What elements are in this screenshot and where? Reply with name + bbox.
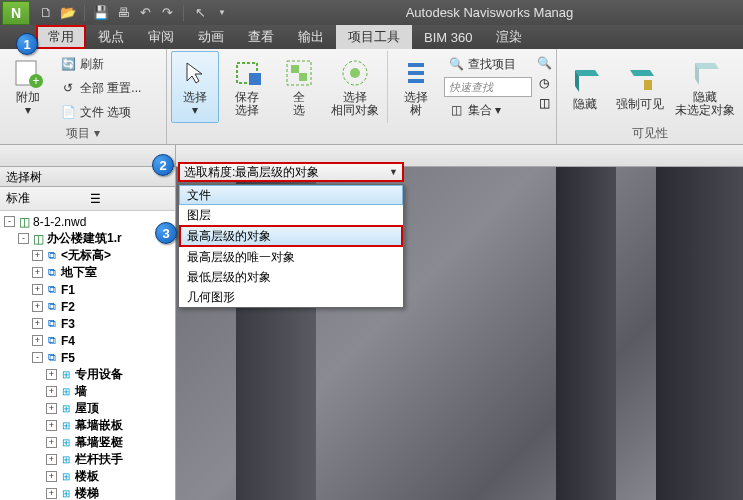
dropdown-item-top-level[interactable]: 最高层级的对象 (179, 225, 403, 247)
undo-icon[interactable]: ↶ (137, 5, 153, 21)
select-icon[interactable]: ↖ (192, 5, 208, 21)
menu-bim360[interactable]: BIM 360 (412, 27, 484, 48)
ribbon: + 附加▾ 🔄刷新 ↺全部 重置... 📄文件 选项 项目 ▾ 选择▾ 保存 选… (0, 49, 743, 145)
tree-category[interactable]: +⊞屋顶 (0, 400, 175, 417)
tool-icon-2[interactable]: ◷ (536, 75, 552, 91)
expand-icon[interactable]: + (46, 488, 57, 499)
dropdown-icon[interactable]: ▼ (214, 5, 230, 21)
dropdown-item-geometry[interactable]: 几何图形 (179, 287, 403, 307)
dropdown-item-layer[interactable]: 图层 (179, 205, 403, 225)
tree-category[interactable]: +⊞栏杆扶手 (0, 451, 175, 468)
selection-resolution-combo[interactable]: 选取精度:最高层级的对象 ▼ (178, 162, 404, 182)
nwd-icon: ◫ (17, 215, 31, 229)
expand-icon[interactable]: + (46, 420, 57, 431)
append-button[interactable]: + 附加▾ (4, 51, 52, 123)
expand-icon[interactable]: + (46, 437, 57, 448)
collapse-icon[interactable]: - (18, 233, 29, 244)
expand-icon[interactable]: + (32, 301, 43, 312)
dropdown-item-top-unique[interactable]: 最高层级的唯一对象 (179, 247, 403, 267)
select-same-button[interactable]: 选择 相同对象 (327, 51, 383, 123)
menu-view[interactable]: 查看 (236, 25, 286, 49)
selection-tree-button[interactable]: 选择 树 (392, 51, 440, 123)
tree-building[interactable]: -◫办公楼建筑1.r (0, 230, 175, 247)
dropdown-item-file[interactable]: 文件 (179, 185, 403, 205)
find-items-button[interactable]: 🔍查找项目 (444, 53, 532, 75)
expand-icon[interactable]: + (46, 454, 57, 465)
tree-level[interactable]: +⧉F4 (0, 332, 175, 349)
svg-rect-7 (299, 73, 307, 81)
tool-icon-3[interactable]: ◫ (536, 95, 552, 111)
tree-level[interactable]: +⧉F3 (0, 315, 175, 332)
tree-category[interactable]: +⊞楼板 (0, 468, 175, 485)
expand-icon[interactable]: + (46, 369, 57, 380)
tree-level[interactable]: +⧉地下室 (0, 264, 175, 281)
tree-mode-label[interactable]: 标准 (6, 190, 30, 207)
tree-category[interactable]: +⊞楼梯 (0, 485, 175, 500)
redo-icon[interactable]: ↷ (159, 5, 175, 21)
expand-icon[interactable]: + (46, 386, 57, 397)
refresh-icon: 🔄 (60, 56, 76, 72)
new-icon[interactable]: 🗋 (38, 5, 54, 21)
tree-root[interactable]: -◫8-1-2.nwd (0, 213, 175, 230)
tree-category[interactable]: +⊞墙 (0, 383, 175, 400)
category-icon: ⊞ (59, 487, 73, 501)
tree-level[interactable]: +⧉F2 (0, 298, 175, 315)
svg-rect-6 (291, 65, 299, 73)
menu-animation[interactable]: 动画 (186, 25, 236, 49)
tool-icon-1[interactable]: 🔍 (536, 55, 552, 71)
hide-unselected-button[interactable]: 隐藏 未选定对象 (672, 51, 739, 123)
menu-viewpoint[interactable]: 视点 (86, 25, 136, 49)
collapse-icon[interactable]: - (32, 352, 43, 363)
expand-icon[interactable]: + (32, 335, 43, 346)
svg-rect-13 (644, 80, 652, 90)
open-icon[interactable]: 📂 (60, 5, 76, 21)
menu-output[interactable]: 输出 (286, 25, 336, 49)
expand-icon[interactable]: + (32, 284, 43, 295)
force-visible-button[interactable]: 强制可见 (612, 51, 667, 123)
svg-text:+: + (32, 74, 39, 88)
menubar: 常用 视点 审阅 动画 查看 输出 项目工具 BIM 360 渲染 (0, 25, 743, 49)
tree-body[interactable]: -◫8-1-2.nwd -◫办公楼建筑1.r +⧉<无标高> +⧉地下室 +⧉F… (0, 211, 175, 500)
panel-title-visibility[interactable]: 可见性 (561, 123, 739, 144)
menu-review[interactable]: 审阅 (136, 25, 186, 49)
hide-button[interactable]: 隐藏 (561, 51, 608, 123)
select-all-button[interactable]: 全 选 (275, 51, 323, 123)
sets-button[interactable]: ◫集合 ▾ (444, 99, 532, 121)
tree-category[interactable]: +⊞幕墙竖梃 (0, 434, 175, 451)
expand-icon[interactable]: + (32, 267, 43, 278)
quick-find-input[interactable]: 快速查找 (444, 77, 532, 97)
menu-home[interactable]: 常用 (36, 25, 86, 49)
tree-header: 选择树 (0, 167, 175, 187)
dropdown-item-lowest[interactable]: 最低层级的对象 (179, 267, 403, 287)
expand-icon[interactable]: + (46, 403, 57, 414)
file-options-button[interactable]: 📄文件 选项 (56, 101, 145, 123)
annotation-1: 1 (16, 33, 38, 55)
tree-level[interactable]: -⧉F5 (0, 349, 175, 366)
reset-all-button[interactable]: ↺全部 重置... (56, 77, 145, 99)
tree-category[interactable]: +⊞幕墙嵌板 (0, 417, 175, 434)
select-button[interactable]: 选择▾ (171, 51, 219, 123)
category-icon: ⊞ (59, 368, 73, 382)
expand-icon[interactable]: + (32, 250, 43, 261)
app-logo[interactable]: N (2, 1, 30, 25)
svg-rect-10 (408, 63, 424, 67)
separator (84, 5, 85, 21)
refresh-button[interactable]: 🔄刷新 (56, 53, 145, 75)
level-icon: ⧉ (45, 317, 59, 331)
menu-item-tools[interactable]: 项目工具 (336, 25, 412, 49)
find-icon: 🔍 (448, 56, 464, 72)
category-icon: ⊞ (59, 453, 73, 467)
tree-level[interactable]: +⧉F1 (0, 281, 175, 298)
tree-category[interactable]: +⊞专用设备 (0, 366, 175, 383)
tree-level[interactable]: +⧉<无标高> (0, 247, 175, 264)
panel-title-project[interactable]: 项目 ▾ (4, 123, 162, 144)
expand-icon[interactable]: + (32, 318, 43, 329)
tree-toolbar-icon[interactable]: ☰ (90, 192, 101, 206)
collapse-icon[interactable]: - (4, 216, 15, 227)
panel-title-select[interactable] (171, 140, 552, 144)
print-icon[interactable]: 🖶 (115, 5, 131, 21)
expand-icon[interactable]: + (46, 471, 57, 482)
save-selection-button[interactable]: 保存 选择 (223, 51, 271, 123)
save-icon[interactable]: 💾 (93, 5, 109, 21)
menu-render[interactable]: 渲染 (484, 25, 534, 49)
